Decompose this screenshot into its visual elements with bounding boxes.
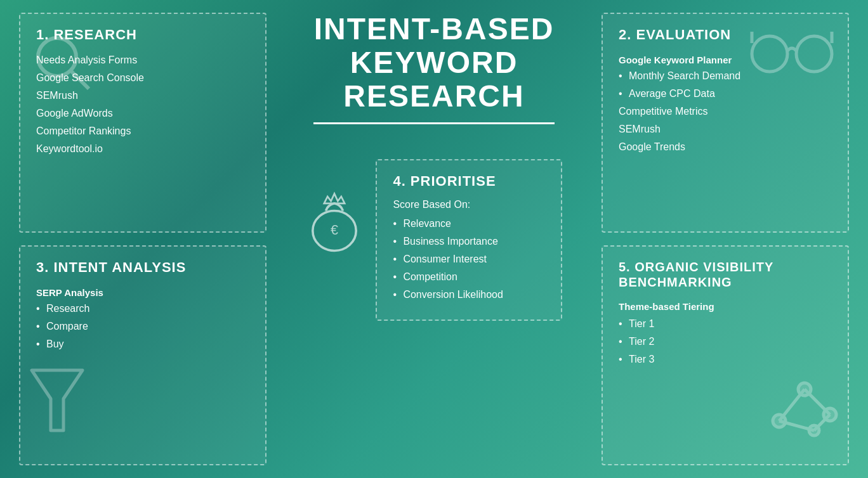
main-title-line2: KEYWORD RESEARCH xyxy=(292,46,576,113)
prioritise-item-4: Competition xyxy=(393,271,544,283)
prioritise-list: Relevance Business Importance Consumer I… xyxy=(393,218,544,300)
research-item-3: SEMrush xyxy=(36,90,249,101)
intent-item-2: Compare xyxy=(36,321,249,332)
prioritise-item-3: Consumer Interest xyxy=(393,254,544,265)
score-label: Score Based On: xyxy=(393,199,544,210)
research-item-2: Google Search Console xyxy=(36,72,249,84)
eval-item-1: Monthly Search Demand xyxy=(619,70,832,82)
intent-list: Research Compare Buy xyxy=(36,303,249,350)
organic-title: 5. ORGANIC VISIBILITY BENCHMARKING xyxy=(619,259,832,290)
organic-item-2: Tier 2 xyxy=(619,336,832,347)
intent-subtitle: SERP Analysis xyxy=(36,287,249,298)
prioritise-title: 4. PRIORITISE xyxy=(393,173,544,190)
eval-item-5: Google Trends xyxy=(619,141,832,153)
money-bag-icon: € xyxy=(306,184,363,257)
research-item-5: Competitor Rankings xyxy=(36,126,249,137)
center-column: INTENT-BASED KEYWORD RESEARCH € xyxy=(279,0,589,478)
eval-item-3: Competitive Metrics xyxy=(619,106,832,117)
organic-subtitle: Theme-based Tiering xyxy=(619,301,832,312)
prioritise-section: € 4. PRIORITISE Score Based On: Relevanc… xyxy=(306,159,562,321)
page-container: 1. RESEARCH Needs Analysis Forms Google … xyxy=(0,0,868,478)
intent-item-3: Buy xyxy=(36,339,249,350)
research-item-6: Keywordtool.io xyxy=(36,143,249,155)
prioritise-item-1: Relevance xyxy=(393,218,544,229)
research-title: 1. RESEARCH xyxy=(36,27,249,43)
research-item-4: Google AdWords xyxy=(36,108,249,119)
research-list: Needs Analysis Forms Google Search Conso… xyxy=(36,55,249,155)
prioritise-item-2: Business Importance xyxy=(393,236,544,247)
prioritise-item-5: Conversion Likelihood xyxy=(393,289,544,300)
intent-item-1: Research xyxy=(36,303,249,314)
main-header: INTENT-BASED KEYWORD RESEARCH xyxy=(292,13,576,134)
eval-list2: Competitive Metrics SEMrush Google Trend… xyxy=(619,106,832,153)
intent-title: 3. INTENT ANALYSIS xyxy=(36,259,249,276)
eval-item-2: Average CPC Data xyxy=(619,88,832,100)
eval-title: 2. EVALUATION xyxy=(619,27,832,43)
organic-item-3: Tier 3 xyxy=(619,354,832,365)
left-column: 1. RESEARCH Needs Analysis Forms Google … xyxy=(0,0,279,478)
organic-list: Tier 1 Tier 2 Tier 3 xyxy=(619,318,832,365)
right-column: 2. EVALUATION Google Keyword Planner Mon… xyxy=(589,0,868,478)
eval-bullet-list: Monthly Search Demand Average CPC Data xyxy=(619,70,832,100)
research-card: 1. RESEARCH Needs Analysis Forms Google … xyxy=(19,13,266,233)
organic-item-1: Tier 1 xyxy=(619,318,832,330)
eval-subtitle: Google Keyword Planner xyxy=(619,55,832,65)
research-item-1: Needs Analysis Forms xyxy=(36,55,249,66)
svg-text:€: € xyxy=(331,223,338,238)
intent-card: 3. INTENT ANALYSIS SERP Analysis Researc… xyxy=(19,245,266,465)
main-title-line1: INTENT-BASED xyxy=(292,13,576,46)
prioritise-card: 4. PRIORITISE Score Based On: Relevance … xyxy=(376,159,562,321)
eval-item-4: SEMrush xyxy=(619,124,832,135)
organic-card: 5. ORGANIC VISIBILITY BENCHMARKING Theme… xyxy=(602,245,849,465)
title-divider xyxy=(313,122,555,124)
eval-card: 2. EVALUATION Google Keyword Planner Mon… xyxy=(602,13,849,233)
